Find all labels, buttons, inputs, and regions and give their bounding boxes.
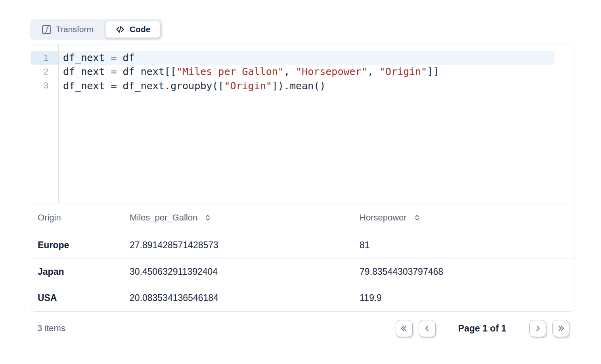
transform-widget: ƒ Transform Code 123 df_next = dfdf_next… (0, 0, 601, 364)
code-line[interactable]: df_next = df (59, 51, 555, 65)
tab-transform-label: Transform (56, 25, 94, 34)
view-toggle-tabbar: ƒ Transform Code (30, 19, 163, 40)
page-indicator: Page 1 of 1 (458, 323, 506, 334)
table-row: Europe27.89142857142857381 (31, 232, 574, 259)
tab-transform[interactable]: ƒ Transform (33, 21, 103, 38)
miles-per-gallon-cell: 27.891428571428573 (130, 240, 360, 251)
code-and-table-panel: 123 df_next = dfdf_next = df_next[["Mile… (31, 44, 574, 312)
sort-icon[interactable] (413, 213, 421, 222)
first-page-button[interactable] (396, 320, 413, 337)
code-token: ]).mean() (272, 80, 325, 92)
chevron-right-icon (533, 324, 543, 333)
miles-per-gallon-cell: 20.083534136546184 (130, 293, 360, 303)
function-icon: ƒ (42, 25, 51, 34)
code-token: , (367, 66, 379, 77)
miles-per-gallon-cell: 30.450632911392404 (130, 266, 360, 277)
line-number: 1 (31, 51, 58, 65)
column-label: Horsepower (360, 213, 407, 223)
string-token: "Origin" (224, 80, 272, 92)
string-token: "Origin" (379, 66, 427, 77)
code-icon (115, 25, 125, 34)
horsepower-cell: 81 (360, 240, 574, 251)
tab-code-label: Code (130, 25, 151, 34)
column-header-origin: Origin (38, 213, 130, 223)
table-row: USA20.083534136546184119.9 (31, 285, 574, 311)
items-count: 3 items (37, 323, 65, 333)
table-header-row: Origin Miles_per_Gallon Horsepower (31, 203, 574, 232)
code-token: df_next = df_next.groupby([ (63, 80, 224, 92)
column-label: Miles_per_Gallon (130, 213, 197, 223)
last-page-button[interactable] (552, 320, 569, 337)
table-row: Japan30.45063291139240479.83544303797468 (31, 259, 574, 285)
code-token: , (284, 66, 296, 77)
code-token: ]] (427, 66, 439, 77)
origin-cell: Europe (38, 240, 130, 251)
horsepower-cell: 79.83544303797468 (360, 266, 574, 277)
table-body: Europe27.89142857142857381Japan30.450632… (31, 232, 574, 311)
line-number: 3 (31, 79, 58, 93)
code-line[interactable]: df_next = df_next[["Miles_per_Gallon", "… (59, 65, 555, 79)
chevrons-right-icon (556, 324, 566, 333)
tab-code[interactable]: Code (105, 21, 161, 38)
string-token: "Miles_per_Gallon" (176, 66, 284, 77)
horsepower-cell: 119.9 (360, 293, 574, 303)
code-token: df_next = df_next[[ (63, 66, 176, 77)
line-number-gutter: 123 (31, 44, 59, 203)
sort-icon[interactable] (203, 213, 212, 222)
next-page-button[interactable] (529, 320, 546, 337)
origin-cell: Japan (38, 266, 130, 277)
string-token: "Horsepower" (296, 66, 367, 77)
code-lines[interactable]: df_next = dfdf_next = df_next[["Miles_pe… (59, 44, 574, 203)
pagination: Page 1 of 1 (396, 320, 569, 337)
column-header-miles-per-gallon: Miles_per_Gallon (130, 213, 360, 223)
origin-cell: USA (38, 293, 130, 303)
table-footer: 3 items Page 1 of 1 (31, 317, 569, 339)
code-token: df_next = df (63, 52, 135, 63)
code-line[interactable]: df_next = df_next.groupby(["Origin"]).me… (59, 79, 555, 93)
chevrons-left-icon (399, 324, 409, 333)
column-header-horsepower: Horsepower (360, 213, 574, 223)
line-number: 2 (31, 65, 58, 79)
chevron-left-icon (422, 324, 432, 333)
code-editor[interactable]: 123 df_next = dfdf_next = df_next[["Mile… (31, 44, 574, 203)
previous-page-button[interactable] (419, 320, 436, 337)
column-label: Origin (38, 213, 61, 223)
